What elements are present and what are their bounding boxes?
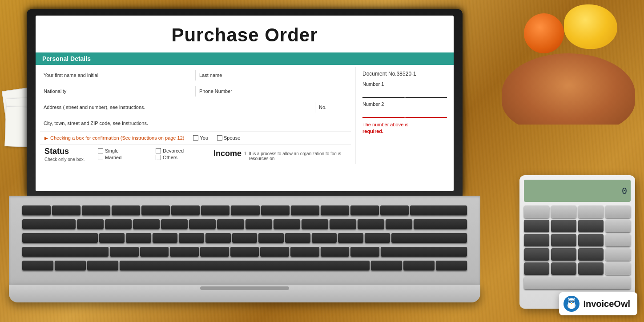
- key-row-1: [22, 205, 467, 217]
- calc-mul[interactable]: [605, 234, 631, 246]
- calc-2[interactable]: [551, 248, 576, 261]
- calculator: 0: [519, 175, 635, 309]
- status-options: Single Married: [98, 147, 156, 162]
- number1-label: Number 1: [362, 81, 447, 87]
- svg-point-10: [573, 301, 574, 302]
- svg-point-9: [569, 301, 571, 302]
- calc-percent[interactable]: [578, 262, 604, 275]
- married-label: Married: [105, 155, 121, 160]
- income-number: 1: [244, 151, 247, 156]
- phone-field: Phone Number: [196, 86, 351, 97]
- key-row-3: [22, 232, 467, 244]
- status-options-2: Devorced Others: [156, 147, 213, 162]
- error-text: The number above is: [362, 122, 408, 127]
- error-required: required.: [362, 129, 383, 134]
- divorced-option: Devorced: [156, 148, 213, 153]
- laptop: Purchase Order Personal Details Your fir…: [27, 9, 463, 302]
- firstname-field: Your first name and initial: [40, 70, 196, 80]
- calc-minus[interactable]: [605, 248, 631, 261]
- calc-dot[interactable]: [551, 262, 576, 275]
- calc-0[interactable]: [524, 262, 549, 275]
- calc-9[interactable]: [578, 220, 604, 232]
- others-checkbox[interactable]: [156, 155, 161, 160]
- address-row: Address ( street and number), see instru…: [40, 99, 351, 115]
- number2-label: Number 2: [362, 101, 447, 107]
- income-title: Income: [213, 149, 242, 158]
- calc-plus[interactable]: [605, 262, 631, 275]
- single-label: Single: [105, 148, 119, 153]
- calc-equals[interactable]: [524, 277, 631, 289]
- calc-mminus[interactable]: [578, 205, 604, 218]
- arrow-icon: ▶: [44, 136, 48, 141]
- personal-details-header: Personal Details: [36, 52, 454, 65]
- key-grid: [22, 205, 467, 271]
- divorced-label: Devorced: [163, 148, 184, 153]
- divorced-checkbox[interactable]: [156, 148, 161, 153]
- lastname-field: Last name: [196, 70, 351, 80]
- calc-mplus[interactable]: [605, 205, 631, 218]
- key-row-5: [22, 259, 467, 271]
- document-title: Purchase Order: [36, 16, 454, 52]
- laptop-screen: Purchase Order Personal Details Your fir…: [36, 16, 454, 191]
- form-right: Document No.38520-1 Number 1 Number 2: [356, 67, 454, 164]
- key-row-4: [22, 246, 467, 258]
- key-esc: [22, 205, 51, 215]
- spouse-checkbox-group: Spouse: [217, 135, 240, 141]
- number2-input: [362, 109, 447, 118]
- address-field: Address ( street and number), see instru…: [40, 102, 315, 113]
- owl-logo-icon: [564, 296, 580, 312]
- form-area: Your first name and initial Last name Na…: [36, 65, 454, 166]
- calc-off[interactable]: [524, 205, 549, 218]
- owl-part: Owl: [614, 299, 630, 309]
- form-left: Your first name and initial Last name Na…: [36, 67, 356, 164]
- laptop-screen-bezel: Purchase Order Personal Details Your fir…: [27, 9, 463, 196]
- checkbox-row: ▶ Checking a box for confirmation (See i…: [40, 131, 351, 145]
- calc-4[interactable]: [524, 234, 549, 246]
- calc-8[interactable]: [551, 220, 576, 232]
- nationality-field: Nationality: [40, 86, 196, 97]
- invoice-part: Invoice: [583, 299, 614, 309]
- status-income-row: Status Check only one box. Single: [40, 145, 351, 164]
- single-option: Single: [98, 148, 156, 153]
- key-row-2: [22, 218, 467, 230]
- invoice-owl-text: InvoiceOwl: [583, 299, 630, 309]
- calc-6[interactable]: [578, 234, 604, 246]
- single-checkbox[interactable]: [98, 148, 103, 153]
- fruit-bowl: [457, 0, 644, 125]
- you-checkbox-group: You: [193, 135, 208, 141]
- spouse-checkbox[interactable]: [217, 135, 222, 141]
- income-column: Income 1 It is a process to allow an org…: [213, 147, 346, 162]
- city-row: City, town, street and ZIP code, see ins…: [40, 115, 351, 131]
- no-field: No.: [315, 102, 351, 113]
- calc-7[interactable]: [524, 220, 549, 232]
- laptop-keyboard: [9, 196, 480, 285]
- calc-mrc[interactable]: [551, 205, 576, 218]
- others-option: Others: [156, 155, 213, 160]
- calc-div[interactable]: [605, 220, 631, 232]
- city-field: City, town, street and ZIP code, see ins…: [40, 118, 351, 129]
- you-checkbox[interactable]: [193, 135, 198, 141]
- others-label: Others: [163, 155, 177, 160]
- married-checkbox[interactable]: [98, 155, 103, 160]
- bowl: [502, 53, 635, 125]
- status-column: Status Check only one box.: [44, 147, 98, 162]
- nationality-phone-row: Nationality Phone Number: [40, 83, 351, 99]
- income-text: It is a process to allow an organization…: [249, 151, 346, 161]
- laptop-base: [9, 285, 480, 302]
- fruit-yellow: [564, 4, 617, 49]
- name-row: Your first name and initial Last name: [40, 67, 351, 83]
- status-title: Status: [44, 147, 98, 156]
- spouse-label: Spouse: [224, 135, 240, 141]
- you-label: You: [200, 135, 208, 141]
- calc-1[interactable]: [524, 248, 549, 261]
- purchase-order-document: Purchase Order Personal Details Your fir…: [36, 16, 454, 191]
- calc-3[interactable]: [578, 248, 604, 261]
- doc-number: Document No.38520-1: [362, 71, 447, 77]
- calculator-buttons: [524, 205, 631, 289]
- checkbox-instruction: Checking a box for confirmation (See ins…: [50, 135, 184, 141]
- calc-5[interactable]: [551, 234, 576, 246]
- married-option: Married: [98, 155, 156, 160]
- error-message: The number above is required.: [362, 121, 447, 135]
- fruit-orange: [524, 13, 564, 53]
- invoice-owl-badge: InvoiceOwl: [559, 292, 637, 315]
